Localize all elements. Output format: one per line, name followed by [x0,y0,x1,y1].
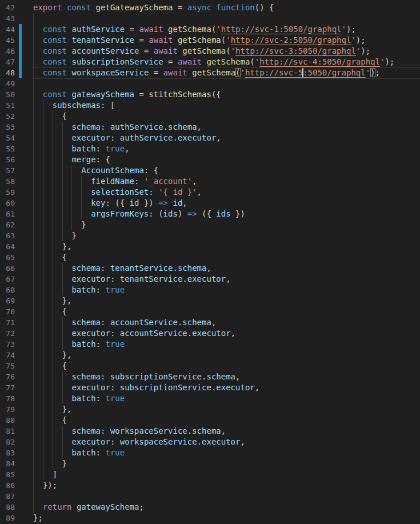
line-number[interactable]: 53 [0,122,31,133]
line-number[interactable]: 49 [0,78,31,89]
line-number[interactable]: 77 [0,382,31,393]
line-number[interactable]: 52 [0,111,31,122]
line-number[interactable]: 79 [0,404,31,415]
code-line-content[interactable]: { [31,252,420,263]
git-modified-indicator[interactable] [19,24,22,35]
line-number[interactable]: 81 [0,426,31,437]
code-line-content[interactable]: batch: true [31,393,420,404]
line-number[interactable]: 82 [0,437,31,447]
code-line-content[interactable]: } [31,458,420,469]
line-number[interactable]: 44 [0,24,31,35]
line-number[interactable]: 45 [0,35,31,46]
line-number[interactable]: 84 [0,458,31,469]
line-number[interactable]: 46 [0,46,31,57]
code-line-content[interactable]: export const getGatewaySchema = async fu… [31,2,420,13]
line-number[interactable]: 73 [0,339,31,350]
line-number[interactable]: 80 [0,415,31,426]
git-modified-indicator[interactable] [19,57,22,67]
git-modified-indicator[interactable] [19,46,22,57]
code-line-content[interactable]: batch: true [31,285,420,295]
code-line-content[interactable]: executor: workspaceService.executor, [31,437,420,447]
line-number[interactable]: 76 [0,371,31,382]
url-link-text[interactable]: http://svc-1:5050/graphql [221,25,342,34]
code-line-content[interactable]: executor: subscriptionService.executor, [31,382,420,393]
line-number[interactable]: 50 [0,89,31,100]
code-line-content[interactable]: } [31,219,420,230]
git-modified-indicator[interactable] [19,35,22,46]
line-number[interactable]: 83 [0,447,31,458]
line-number[interactable]: 42 [0,2,31,13]
line-number[interactable]: 63 [0,230,31,241]
code-line-content[interactable] [31,491,420,502]
line-number[interactable]: 71 [0,317,31,328]
line-number[interactable]: 59 [0,187,31,198]
code-line-content[interactable]: executor: tenantService.executor, [31,274,420,285]
line-number[interactable]: 78 [0,393,31,404]
code-line-content[interactable]: const gatewaySchema = stitchSchemas({ [31,89,420,100]
code-line-content[interactable]: selectionSet: '{ id }', [31,187,420,198]
code-line-content[interactable]: const subscriptionService = await getSch… [31,57,420,67]
url-link-text[interactable]: http://svc-4:5050/graphql [259,57,380,66]
code-line-content[interactable]: { [31,111,420,122]
code-line-content[interactable]: { [31,415,420,426]
line-number[interactable]: 48 [0,67,31,78]
git-modified-indicator[interactable] [19,67,22,78]
code-line-content[interactable]: fieldName: '_account', [31,176,420,187]
code-line-content[interactable]: ] [31,469,420,480]
line-number[interactable]: 89 [0,513,31,523]
line-number[interactable]: 88 [0,502,31,513]
url-link-text[interactable]: http://svc-2:5050/graphql [231,35,351,45]
code-line-content[interactable]: { [31,361,420,371]
line-number[interactable]: 47 [0,57,31,67]
code-line-content[interactable]: executor: authService.executor, [31,133,420,143]
line-number[interactable]: 55 [0,143,31,154]
line-number[interactable]: 68 [0,285,31,295]
line-number[interactable]: 75 [0,361,31,371]
line-number[interactable]: 43 [0,13,31,24]
code-line-content[interactable]: schema: workspaceService.schema, [31,426,420,437]
line-number[interactable]: 66 [0,263,31,274]
code-line-content[interactable]: }); [31,480,420,491]
line-number[interactable]: 85 [0,469,31,480]
code-line-content[interactable]: const authService = await getSchema('htt… [31,24,420,35]
code-line-content[interactable]: const accountService = await getSchema('… [31,46,420,57]
code-line-content[interactable]: schema: accountService.schema, [31,317,420,328]
code-editor[interactable]: 42export const getGatewaySchema = async … [0,0,420,524]
url-link-text[interactable]: :5050/graphql [303,68,366,77]
code-line-content[interactable]: const workspaceService = await getSchema… [31,67,420,78]
line-number[interactable]: 67 [0,274,31,285]
code-line-content[interactable]: return gatewaySchema; [31,502,420,513]
line-number[interactable]: 51 [0,100,31,111]
line-number[interactable]: 61 [0,209,31,219]
code-line-content[interactable]: executor: accountService.executor, [31,328,420,339]
code-line-content[interactable]: schema: authService.schema, [31,122,420,133]
line-number[interactable]: 64 [0,241,31,252]
code-line-content[interactable]: batch: true [31,447,420,458]
code-line-content[interactable]: key: ({ id }) => id, [31,198,420,209]
code-line-content[interactable]: subschemas: [ [31,100,420,111]
code-line-content[interactable]: { [31,306,420,317]
line-number[interactable]: 54 [0,133,31,143]
code-line-content[interactable]: const tenantService = await getSchema('h… [31,35,420,46]
code-line-content[interactable]: AccountSchema: { [31,165,420,176]
code-line-content[interactable]: merge: { [31,154,420,165]
line-number[interactable]: 65 [0,252,31,263]
code-line-content[interactable] [31,13,420,24]
line-number[interactable]: 58 [0,176,31,187]
code-line-content[interactable] [31,78,420,89]
line-number[interactable]: 62 [0,219,31,230]
line-number[interactable]: 60 [0,198,31,209]
code-line-content[interactable]: schema: subscriptionService.schema, [31,371,420,382]
line-number[interactable]: 56 [0,154,31,165]
code-line-content[interactable]: batch: true [31,339,420,350]
line-number[interactable]: 57 [0,165,31,176]
code-line-content[interactable]: }, [31,404,420,415]
code-line-content[interactable]: }, [31,295,420,306]
code-line-content[interactable]: batch: true, [31,143,420,154]
line-number[interactable]: 87 [0,491,31,502]
url-link-text[interactable]: http://svc-5 [245,68,303,77]
code-line-content[interactable]: }, [31,241,420,252]
code-line-content[interactable]: argsFromKeys: (ids) => ({ ids }) [31,209,420,219]
line-number[interactable]: 70 [0,306,31,317]
code-line-content[interactable]: schema: tenantService.schema, [31,263,420,274]
